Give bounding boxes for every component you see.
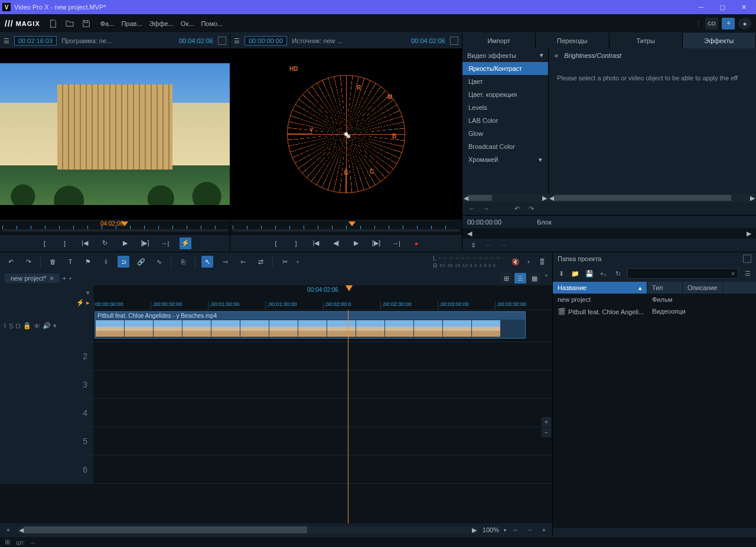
goto-start-button[interactable]: |◀ [79, 237, 91, 249]
fx-levels[interactable]: Levels [462, 101, 548, 114]
project-popout-icon[interactable] [743, 255, 751, 263]
tab-transitions[interactable]: Переходы [536, 33, 609, 48]
roll-tool[interactable]: ⤚ [237, 256, 249, 268]
add-tab-button[interactable]: + [60, 274, 69, 283]
zoom-fit-button[interactable]: ↔ [511, 525, 520, 535]
mixer-button[interactable]: 🎛 [536, 256, 548, 268]
goto-end-button[interactable]: →| [159, 237, 171, 249]
view-list-button[interactable]: ☰ [514, 273, 526, 284]
tab-titles[interactable]: Титры [610, 33, 683, 48]
pointer-tool[interactable]: ↖ [201, 256, 213, 268]
project-row[interactable]: new project Фильм [553, 294, 756, 305]
loop-button[interactable]: ↻ [99, 237, 111, 249]
curve-tool[interactable]: ∿ [153, 256, 165, 268]
folder-button[interactable]: 📁 [571, 269, 580, 278]
mark-in-button[interactable]: [ [39, 237, 51, 249]
refresh-button[interactable]: ↻ [613, 269, 623, 278]
source-scrub-handle[interactable] [348, 222, 356, 226]
fx-nav-fwd[interactable]: → [481, 204, 491, 213]
view-grid-button[interactable]: ⊞ [500, 273, 512, 284]
timeline-hscroll[interactable]: ◀▶ [18, 526, 478, 533]
fx-color-correction[interactable]: Цвет. коррекция [462, 88, 548, 101]
settings-button[interactable]: ● [738, 18, 751, 30]
col-type[interactable]: Тип [647, 282, 683, 294]
mute-button[interactable]: 🔇 [510, 256, 522, 268]
minimize-button[interactable]: ─ [696, 2, 706, 12]
clear-search-icon[interactable]: × [728, 269, 738, 278]
fx-mini-scroll[interactable]: ◀▶ [462, 228, 756, 239]
program-tc-in[interactable]: 00:02:16:03 [14, 36, 57, 45]
col-name[interactable]: Название▴ [553, 282, 647, 294]
fx-glow[interactable]: Glow [462, 127, 548, 140]
title-tool[interactable]: T [64, 256, 76, 268]
source-viewport[interactable]: HD R M B C G Y [230, 48, 462, 220]
menu-file[interactable]: Фа... [97, 20, 118, 27]
keyframe-icon[interactable]: ⚡ ▸ [76, 299, 90, 307]
add-button[interactable]: +₊ [599, 269, 608, 278]
group-tool[interactable]: ⫴ [100, 256, 112, 268]
import-button[interactable]: ⬇ [556, 269, 566, 278]
fx-broadcast-color[interactable]: Broadcast Color [462, 140, 548, 153]
program-viewport[interactable] [0, 48, 230, 220]
fx-button[interactable]: ✦ [722, 18, 735, 30]
vzoom-out-button[interactable]: − [542, 428, 551, 437]
track-4-header[interactable]: 4 [0, 399, 93, 426]
zoom-level[interactable]: 100% [483, 526, 499, 533]
play-range-button[interactable]: [▶] [139, 237, 151, 249]
col-desc[interactable]: Описание [683, 282, 723, 294]
track-5-header[interactable]: 5 [0, 427, 93, 455]
src-play-range-button[interactable]: [▶] [370, 237, 382, 249]
new-file-icon[interactable] [47, 18, 59, 30]
src-goto-start-button[interactable]: |◀ [310, 237, 322, 249]
program-menu-icon[interactable]: ☰ [4, 37, 9, 45]
magnet-tool[interactable]: ⊃ [118, 256, 129, 268]
fx-nav-back[interactable]: ← [467, 204, 477, 213]
track-2-header[interactable]: 2 [0, 342, 93, 370]
fx-lab-color[interactable]: LAB Color [462, 114, 548, 127]
marker-tool[interactable]: ⚑ [82, 256, 94, 268]
grid-icon[interactable]: ⊞ [5, 538, 10, 546]
hzoom-in-button[interactable]: + [539, 525, 549, 535]
close-button[interactable]: ✕ [738, 2, 749, 12]
menu-window[interactable]: Ок... [177, 20, 198, 27]
source-tc-in[interactable]: 00:00:00:00 [245, 36, 287, 45]
project-hscroll[interactable] [553, 528, 756, 536]
lightning-button[interactable]: ⚡ [180, 237, 191, 249]
fx-list-scroll[interactable]: ◀▶ [462, 194, 548, 202]
program-scrubber[interactable]: 04:02:06 [0, 220, 230, 234]
program-popout-icon[interactable] [218, 37, 226, 45]
source-scrubber[interactable] [230, 220, 462, 234]
save-icon[interactable] [80, 18, 92, 30]
src-prev-button[interactable]: ◀| [330, 237, 342, 249]
add-track-button[interactable]: + [4, 525, 13, 535]
hzoom-out-button[interactable]: − [525, 525, 535, 535]
fx-detail-scroll[interactable]: ◀▶ [548, 194, 756, 202]
save-button[interactable]: 💾 [585, 269, 594, 278]
source-menu-icon[interactable]: ☰ [234, 37, 240, 45]
video-clip[interactable]: Pitbull feat. Chloe Angelides - y Beache… [94, 311, 526, 338]
fx-key-next[interactable]: → [499, 240, 509, 250]
tab-import[interactable]: Импорт [462, 33, 536, 48]
slip-tool[interactable]: ⇄ [255, 256, 266, 268]
mark-out-button[interactable]: ] [59, 237, 71, 249]
menu-help[interactable]: Помо... [197, 20, 226, 27]
program-scrub-handle[interactable] [121, 222, 128, 226]
cut-dropdown-icon[interactable]: ▾ [296, 259, 299, 265]
ripple-tool[interactable]: ⤙ [219, 256, 231, 268]
undo-button[interactable]: ↶ [5, 256, 17, 268]
play-button[interactable]: ▶ [119, 237, 131, 249]
fx-category-header[interactable]: Видео эффекты▾ [462, 48, 548, 62]
vzoom-in-button[interactable]: + [542, 417, 551, 426]
menu-more-icon[interactable]: ⋮ [695, 19, 702, 27]
menu-edit[interactable]: Прав... [118, 20, 145, 27]
src-mark-out-button[interactable]: ] [290, 237, 302, 249]
fx-undo[interactable]: ↶ [512, 204, 522, 213]
open-folder-icon[interactable] [64, 18, 76, 30]
menu-effects[interactable]: Эффе... [146, 20, 177, 27]
delete-button[interactable]: 🗑 [47, 256, 58, 268]
tab-close-icon[interactable]: × [50, 275, 54, 282]
co-button[interactable]: CO [705, 18, 718, 30]
view-film-button[interactable]: ▦ [529, 273, 540, 284]
project-row[interactable]: 🎬Pitbull feat. Chloe Angeli... Видеоопци [553, 305, 756, 318]
fx-redo[interactable]: ↷ [526, 204, 536, 213]
